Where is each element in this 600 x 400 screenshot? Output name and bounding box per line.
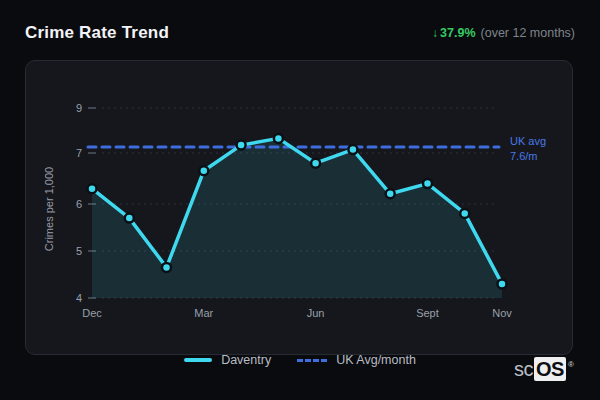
- delta-badge: ↓37.9%: [432, 26, 475, 40]
- data-point-nov[interactable]: [498, 279, 507, 288]
- uk-avg-line-swatch: [297, 359, 327, 362]
- x-tick-label: Mar: [194, 307, 213, 319]
- y-tick-label: 6: [76, 198, 82, 210]
- data-point-feb[interactable]: [162, 263, 171, 272]
- logo-suffix: OS: [534, 357, 566, 381]
- x-tick-label: Nov: [492, 307, 512, 319]
- data-point-may[interactable]: [274, 134, 283, 143]
- area-fill: [92, 138, 502, 298]
- data-point-jun[interactable]: [311, 159, 320, 168]
- delta-period: (over 12 months): [481, 26, 575, 40]
- y-axis-title: Crimes per 1,000: [43, 167, 55, 251]
- daventry-line-swatch: [184, 358, 212, 362]
- data-point-jan[interactable]: [125, 214, 134, 223]
- down-arrow-icon: ↓: [432, 26, 438, 40]
- y-tick-label: 4: [76, 292, 82, 304]
- data-point-sep[interactable]: [423, 179, 432, 188]
- data-point-jul[interactable]: [348, 145, 357, 154]
- data-point-oct[interactable]: [460, 209, 469, 218]
- uk-avg-annotation-label: UK avg: [510, 135, 546, 147]
- x-tick-label: Dec: [82, 307, 102, 319]
- page-title: Crime Rate Trend: [25, 23, 169, 43]
- legend-item-daventry[interactable]: Daventry: [184, 353, 271, 367]
- delta-value: 37.9%: [440, 26, 475, 40]
- registered-mark: ®: [568, 353, 574, 377]
- data-point-dec[interactable]: [88, 184, 97, 193]
- line-chart[interactable]: 97654DecMarJunSeptNov Crimes per 1,000 U…: [26, 61, 572, 354]
- y-tick-label: 5: [76, 245, 82, 257]
- widget-header: Crime Rate Trend ↓37.9% (over 12 months): [25, 20, 575, 46]
- logo-prefix: sc: [514, 357, 533, 381]
- legend-label-uk-avg: UK Avg/month: [336, 353, 416, 367]
- x-tick-label: Sept: [416, 307, 439, 319]
- y-tick-label: 9: [76, 102, 82, 114]
- trend-delta: ↓37.9% (over 12 months): [432, 26, 575, 40]
- legend-item-uk-avg[interactable]: UK Avg/month: [297, 353, 416, 367]
- chart-card: 97654DecMarJunSeptNov Crimes per 1,000 U…: [25, 60, 573, 355]
- scos-logo: scOS®: [514, 357, 566, 381]
- data-point-apr[interactable]: [237, 141, 246, 150]
- data-point-mar[interactable]: [199, 166, 208, 175]
- legend-label-daventry: Daventry: [221, 353, 271, 367]
- x-tick-label: Jun: [307, 307, 325, 319]
- y-tick-label: 7: [76, 147, 82, 159]
- chart-legend: Daventry UK Avg/month: [0, 351, 600, 369]
- uk-avg-annotation-value: 7.6/m: [510, 150, 538, 162]
- data-point-aug[interactable]: [386, 189, 395, 198]
